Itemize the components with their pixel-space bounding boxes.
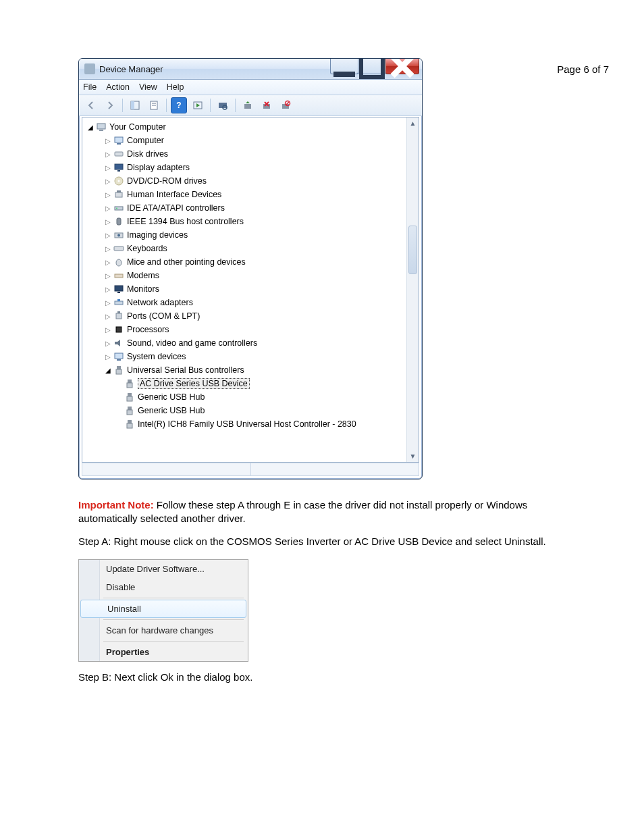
window-titlebar[interactable]: Device Manager — [79, 59, 422, 80]
svg-rect-34 — [115, 274, 123, 278]
imaging-icon — [113, 230, 124, 240]
toolbar-sep — [122, 99, 123, 112]
expand-icon[interactable]: ▷ — [104, 313, 112, 320]
expand-icon[interactable]: ▷ — [104, 218, 112, 226]
action-button[interactable] — [190, 97, 206, 113]
menu-help[interactable]: Help — [167, 82, 184, 92]
tree-category[interactable]: ▷Sound, video and game controllers — [85, 336, 417, 350]
tree-root[interactable]: ◢ Your Computer — [85, 120, 417, 134]
menu-view[interactable]: View — [139, 82, 157, 92]
expand-icon[interactable]: ▷ — [104, 205, 112, 212]
tree-device-selected[interactable]: AC Drive Series USB Device — [85, 377, 417, 390]
category-label: Display adapters — [127, 163, 190, 172]
tree-category[interactable]: ▷Keyboards — [85, 242, 417, 255]
svg-rect-32 — [114, 246, 124, 251]
expand-icon[interactable]: ▷ — [104, 286, 112, 293]
minimize-button[interactable] — [330, 59, 358, 74]
menu-file[interactable]: File — [83, 82, 97, 92]
category-label: IEEE 1394 Bus host controllers — [127, 217, 244, 226]
tree-category[interactable]: ▷Modems — [85, 269, 417, 282]
category-label: Monitors — [127, 284, 159, 294]
tree-category[interactable]: ▷DVD/CD-ROM drives — [85, 174, 417, 188]
tree-category[interactable]: ▷System devices — [85, 350, 417, 363]
svg-rect-27 — [115, 207, 123, 210]
expand-icon[interactable]: ▷ — [104, 299, 112, 307]
monitor-icon — [113, 284, 124, 294]
category-label: Keyboards — [127, 244, 167, 253]
expand-icon[interactable]: ◢ — [104, 367, 112, 374]
svg-rect-3 — [131, 101, 134, 109]
scroll-up-icon[interactable]: ▲ — [407, 118, 419, 129]
tree-category[interactable]: ▷Display adapters — [85, 161, 417, 174]
tree-category[interactable]: ▷Imaging devices — [85, 228, 417, 242]
expand-icon[interactable]: ▷ — [104, 353, 112, 361]
expand-icon[interactable]: ▷ — [104, 245, 112, 253]
svg-rect-46 — [116, 369, 122, 374]
ctx-scan-hardware[interactable]: Scan for hardware changes — [79, 621, 248, 640]
expand-icon[interactable]: ▷ — [104, 191, 112, 199]
ctx-update-driver[interactable]: Update Driver Software... — [79, 560, 248, 578]
expand-icon[interactable]: ◢ — [86, 124, 95, 131]
expand-icon[interactable]: ▷ — [104, 164, 112, 172]
tree-category[interactable]: ▷Mice and other pointing devices — [85, 255, 417, 269]
tree-category[interactable]: ▷Monitors — [85, 282, 417, 296]
scroll-thumb[interactable] — [408, 226, 417, 274]
help-button[interactable]: ? — [171, 97, 187, 113]
tree-category[interactable]: ▷Ports (COM & LPT) — [85, 309, 417, 323]
tree-category[interactable]: ▷Disk drives — [85, 147, 417, 161]
svg-rect-22 — [117, 170, 120, 172]
category-label: Imaging devices — [127, 230, 188, 240]
expand-icon[interactable]: ▷ — [104, 137, 112, 145]
category-label: Mice and other pointing devices — [127, 257, 246, 267]
forward-button[interactable] — [102, 97, 118, 113]
toolbar-sep — [235, 99, 236, 112]
ctx-disable[interactable]: Disable — [79, 578, 248, 596]
tree-device[interactable]: Intel(R) ICH8 Family USB Universal Host … — [85, 417, 417, 431]
processor-icon — [113, 324, 124, 335]
tree-category[interactable]: ▷IEEE 1394 Bus host controllers — [85, 215, 417, 228]
toolbar-sep — [210, 99, 211, 112]
modem-icon — [113, 270, 124, 281]
expand-icon[interactable]: ▷ — [104, 259, 112, 266]
update-driver-button[interactable] — [240, 97, 256, 113]
window-icon — [84, 63, 95, 74]
tree-category-usb[interactable]: ◢Universal Serial Bus controllers — [85, 363, 417, 377]
expand-icon[interactable]: ▷ — [104, 178, 112, 185]
expand-icon[interactable]: ▷ — [104, 326, 112, 334]
device-tree[interactable]: ◢ Your Computer ▷Computer ▷Disk drives ▷… — [82, 117, 419, 463]
disable-button[interactable] — [277, 97, 294, 113]
tree-category[interactable]: ▷Computer — [85, 134, 417, 147]
scan-button[interactable] — [215, 97, 231, 113]
menu-action[interactable]: Action — [106, 82, 130, 92]
tree-category[interactable]: ▷IDE ATA/ATAPI controllers — [85, 201, 417, 215]
important-note-label: Important Note: — [78, 499, 154, 511]
tree-category[interactable]: ▷Processors — [85, 323, 417, 336]
tree-device[interactable]: Generic USB Hub — [85, 404, 417, 417]
vertical-scrollbar[interactable]: ▲ ▼ — [406, 118, 419, 462]
ctx-properties[interactable]: Properties — [79, 643, 248, 661]
expand-icon[interactable]: ▷ — [104, 232, 112, 239]
ctx-uninstall[interactable]: Uninstall — [80, 600, 246, 618]
show-hide-tree-button[interactable] — [127, 97, 143, 113]
maximize-button[interactable] — [358, 59, 386, 74]
category-label: IDE ATA/ATAPI controllers — [127, 203, 225, 213]
tree-category[interactable]: ▷Network adapters — [85, 296, 417, 309]
scroll-down-icon[interactable]: ▼ — [407, 450, 419, 462]
uninstall-button[interactable] — [259, 97, 275, 113]
device-label: AC Drive Series USB Device — [138, 378, 250, 389]
back-button[interactable] — [83, 97, 99, 113]
category-label: Computer — [127, 136, 164, 145]
close-button[interactable] — [385, 59, 419, 74]
expand-icon[interactable]: ▷ — [104, 151, 112, 158]
context-menu-separator — [103, 641, 244, 642]
expand-icon[interactable]: ▷ — [104, 340, 112, 347]
properties-button[interactable] — [146, 97, 162, 113]
tree-category[interactable]: ▷Human Interface Devices — [85, 188, 417, 201]
expand-icon[interactable]: ▷ — [104, 272, 112, 280]
svg-rect-17 — [99, 130, 103, 131]
svg-rect-53 — [128, 420, 132, 423]
tree-device[interactable]: Generic USB Hub — [85, 390, 417, 404]
category-label: DVD/CD-ROM drives — [127, 176, 207, 186]
svg-rect-44 — [117, 359, 121, 361]
menu-bar: File Action View Help — [79, 80, 422, 95]
